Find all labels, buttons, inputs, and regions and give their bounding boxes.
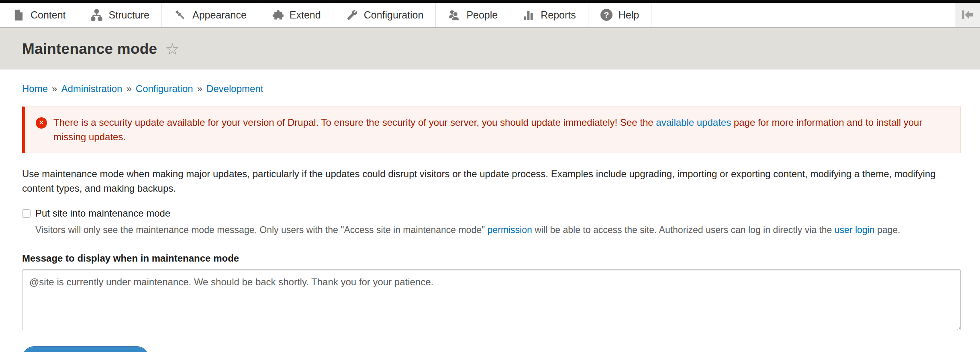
toolbar-tab-label: Appearance xyxy=(192,9,247,21)
toolbar-tab-label: Extend xyxy=(290,9,321,21)
toolbar-tab-people[interactable]: People xyxy=(436,3,510,27)
maintenance-mode-checkbox[interactable] xyxy=(22,209,31,218)
toolbar-tab-reports[interactable]: Reports xyxy=(510,3,588,27)
error-text: There is a security update available for… xyxy=(53,115,950,144)
breadcrumb-separator: » xyxy=(126,83,131,94)
star-outline-icon[interactable]: ☆ xyxy=(165,41,180,57)
toolbar-tab-label: Content xyxy=(31,9,66,21)
available-updates-link[interactable]: available updates xyxy=(656,117,731,128)
help-icon: ? xyxy=(600,9,612,21)
user-login-link[interactable]: user login xyxy=(835,225,875,235)
toolbar-tab-label: Reports xyxy=(541,9,576,21)
breadcrumb-link-development[interactable]: Development xyxy=(206,83,263,94)
main-content: Home»Administration»Configuration»Develo… xyxy=(0,83,980,352)
paintbrush-icon xyxy=(174,9,186,21)
toolbar-collapse-button[interactable] xyxy=(955,3,980,27)
maintenance-message-label: Message to display when in maintenance m… xyxy=(22,253,961,264)
toolbar-tab-content[interactable]: Content xyxy=(0,3,78,27)
breadcrumb-link-home[interactable]: Home xyxy=(22,83,48,94)
breadcrumb-separator: » xyxy=(52,83,57,94)
puzzle-icon xyxy=(271,9,284,21)
toolbar-tab-label: Help xyxy=(619,9,639,21)
permission-link[interactable]: permission xyxy=(488,225,532,235)
checkbox-description-part3: page. xyxy=(875,225,900,235)
maintenance-mode-checkbox-label[interactable]: Put site into maintenance mode xyxy=(35,208,170,219)
maintenance-message-textarea[interactable]: @site is currently under maintenance. We… xyxy=(22,269,961,330)
barchart-icon xyxy=(522,9,535,21)
admin-toolbar: ContentStructureAppearanceExtendConfigur… xyxy=(0,3,980,28)
window-top-strip xyxy=(0,0,980,3)
breadcrumb-link-administration[interactable]: Administration xyxy=(61,83,122,94)
save-configuration-button[interactable]: Save configuration xyxy=(22,346,149,352)
toolbar-tab-structure[interactable]: Structure xyxy=(78,3,162,27)
toolbar-tab-appearance[interactable]: Appearance xyxy=(162,3,259,27)
toolbar-tab-configuration[interactable]: Configuration xyxy=(333,3,436,27)
page-title: Maintenance mode xyxy=(22,41,157,57)
page-header: Maintenance mode ☆ xyxy=(0,28,980,70)
toolbar-tab-extend[interactable]: Extend xyxy=(259,3,333,27)
toolbar-tab-label: Structure xyxy=(109,9,149,21)
maintenance-mode-checkbox-description: Visitors will only see the maintenance m… xyxy=(35,223,961,237)
maintenance-mode-checkbox-row: Put site into maintenance mode xyxy=(22,208,961,219)
toolbar-tab-label: Configuration xyxy=(364,9,424,21)
maintenance-mode-intro-text: Use maintenance mode when making major u… xyxy=(22,167,961,196)
breadcrumb-link-configuration[interactable]: Configuration xyxy=(136,83,193,94)
toolbar-collapse-icon xyxy=(961,8,974,22)
breadcrumb-separator: » xyxy=(197,83,202,94)
checkbox-description-part2: will be able to access the site. Authori… xyxy=(532,225,835,235)
toolbar-tab-label: People xyxy=(466,9,498,21)
toolbar-spacer xyxy=(651,3,955,27)
error-icon: ✕ xyxy=(36,117,47,129)
wrench-icon xyxy=(345,9,358,21)
toolbar-tab-help[interactable]: ?Help xyxy=(588,3,651,27)
breadcrumb: Home»Administration»Configuration»Develo… xyxy=(22,83,961,94)
error-text-before: There is a security update available for… xyxy=(53,117,656,128)
checkbox-description-part1: Visitors will only see the maintenance m… xyxy=(35,225,488,235)
sitemap-icon xyxy=(90,9,103,21)
document-icon xyxy=(12,9,24,21)
people-icon xyxy=(448,9,460,21)
security-update-error-message: ✕ There is a security update available f… xyxy=(22,106,961,153)
